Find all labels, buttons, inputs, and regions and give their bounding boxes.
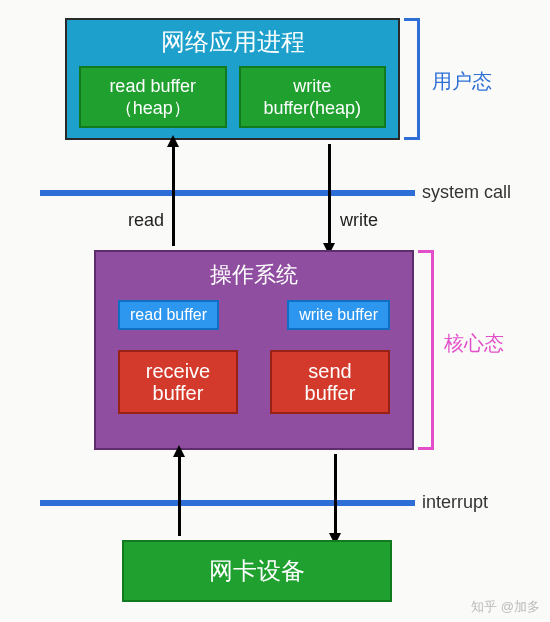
read-arrow bbox=[172, 144, 175, 246]
nic-box: 网卡设备 bbox=[122, 540, 392, 602]
os-box: 操作系统 read buffer write buffer receive bu… bbox=[94, 250, 414, 450]
write-arrow bbox=[328, 144, 331, 246]
os-read-buffer: read buffer bbox=[118, 300, 219, 330]
os-title: 操作系统 bbox=[96, 252, 412, 290]
syscall-label: system call bbox=[422, 182, 511, 203]
os-receive-buffer: receive buffer bbox=[118, 350, 238, 414]
app-title: 网络应用进程 bbox=[67, 20, 398, 58]
interrupt-label: interrupt bbox=[422, 492, 488, 513]
syscall-divider bbox=[40, 190, 415, 196]
os-send-buffer: send buffer bbox=[270, 350, 390, 414]
app-process-box: 网络应用进程 read buffer（heap） write buffer(he… bbox=[65, 18, 400, 140]
write-arrow-label: write bbox=[340, 210, 378, 231]
kernel-mode-label: 核心态 bbox=[444, 330, 504, 357]
write-heap-buffer: write buffer(heap) bbox=[239, 66, 387, 128]
nic-title: 网卡设备 bbox=[209, 555, 305, 587]
diagram-canvas: 网络应用进程 read buffer（heap） write buffer(he… bbox=[0, 0, 550, 622]
send-arrow bbox=[334, 454, 337, 536]
kernel-mode-bracket bbox=[418, 250, 434, 450]
user-mode-label: 用户态 bbox=[432, 68, 492, 95]
read-arrow-label: read bbox=[128, 210, 164, 231]
receive-arrow bbox=[178, 454, 181, 536]
watermark: 知乎 @加多 bbox=[471, 598, 540, 616]
user-mode-bracket bbox=[404, 18, 420, 140]
read-heap-buffer: read buffer（heap） bbox=[79, 66, 227, 128]
os-write-buffer: write buffer bbox=[287, 300, 390, 330]
interrupt-divider bbox=[40, 500, 415, 506]
